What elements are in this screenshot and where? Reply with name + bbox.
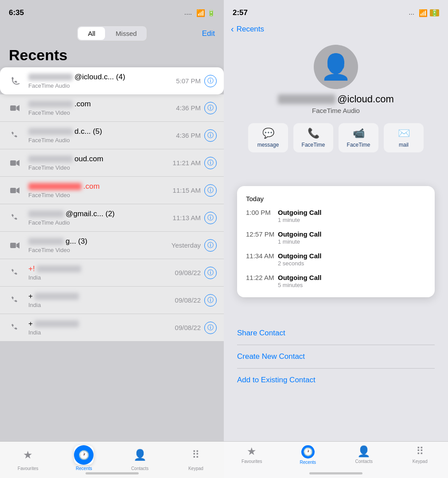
info-button-4[interactable]: ⓘ — [204, 157, 217, 169]
filter-missed-button[interactable]: Missed — [106, 26, 147, 41]
recent-item-3[interactable]: d.c... (5) FaceTime Audio 4:36 PM ⓘ — [0, 122, 224, 149]
recent-item-5[interactable]: .com FaceTime Video 11:15 AM ⓘ — [0, 177, 224, 204]
contact-avatar: 👤 — [314, 45, 358, 89]
call-time-1: 5:07 PM — [176, 77, 201, 85]
action-facetime-video-button[interactable]: 📹 FaceTime — [339, 123, 378, 152]
mail-icon: ✉️ — [398, 128, 410, 139]
call-type-icon-7 — [7, 237, 23, 253]
history-call-type-1: Outgoing Call — [278, 209, 426, 216]
call-name-prefix-9: + — [28, 292, 33, 301]
info-button-3[interactable]: ⓘ — [204, 129, 217, 142]
info-button-5[interactable]: ⓘ — [204, 184, 217, 197]
right-status-icons: ... 📶 🔋 — [409, 9, 439, 17]
action-mail-button[interactable]: ✉️ mail — [384, 123, 424, 152]
call-info-6: @gmail.c... (2) FaceTime Audio — [28, 210, 173, 226]
tab-favourites-label-right: Favourites — [242, 459, 262, 464]
recent-item-2[interactable]: .com FaceTime Video 4:36 PM ⓘ — [0, 94, 224, 122]
info-button-10[interactable]: ⓘ — [204, 322, 217, 334]
call-name-suffix-7: g... (3) — [66, 237, 87, 246]
action-facetime-audio-button[interactable]: 📞 FaceTime — [293, 123, 333, 152]
tab-contacts-label-left: Contacts — [131, 466, 148, 471]
tab-keypad-left[interactable]: ⠿ Keypad — [183, 445, 209, 471]
recent-item-1[interactable]: @icloud.c... (4) FaceTime Audio 5:07 PM … — [0, 67, 224, 94]
edit-button[interactable]: Edit — [202, 29, 215, 38]
call-info-7: g... (3) FaceTime Video — [28, 237, 171, 253]
tab-recents-right[interactable]: 🕐 Recents — [295, 445, 321, 465]
chevron-left-icon: ‹ — [231, 24, 234, 34]
svg-rect-2 — [10, 188, 16, 193]
history-details-1: Outgoing Call 1 minute — [278, 209, 426, 223]
recent-item-7[interactable]: g... (3) FaceTime Video Yesterday ⓘ — [0, 232, 224, 259]
info-button-6[interactable]: ⓘ — [204, 212, 217, 224]
call-name-suffix-2: .com — [74, 100, 91, 109]
recent-item-6[interactable]: @gmail.c... (2) FaceTime Audio 11:13 AM … — [0, 204, 224, 232]
call-info-10: + India — [28, 319, 175, 336]
history-item-3: 11:34 AM Outgoing Call 2 seconds — [246, 252, 426, 267]
history-details-3: Outgoing Call 2 seconds — [278, 252, 426, 267]
call-meta-6: 11:13 AM ⓘ — [173, 212, 217, 224]
right-panel: 2:57 ... 📶 🔋 ‹ Recents 👤 @icloud.com Fac… — [224, 0, 448, 478]
action-message-button[interactable]: 💬 message — [248, 123, 288, 152]
tab-contacts-icon-wrapper: 👤 — [130, 445, 150, 465]
action-buttons-row: 💬 message 📞 FaceTime 📹 FaceTime ✉️ mail — [224, 118, 448, 158]
star-icon-right: ★ — [247, 445, 257, 458]
tab-favourites-left[interactable]: ★ Favourites — [15, 445, 41, 471]
tab-recents-left[interactable]: 🕐 Recents — [70, 445, 97, 471]
call-name-prefix-10: + — [28, 319, 33, 328]
call-name-suffix-5: .com — [83, 182, 100, 191]
call-info-5: .com FaceTime Video — [28, 182, 173, 198]
tab-keypad-right[interactable]: ⠿ Keypad — [407, 445, 433, 464]
recent-item-8[interactable]: +! India 09/08/22 ⓘ — [0, 259, 224, 287]
call-time-9: 09/08/22 — [175, 296, 201, 304]
name-blur-10 — [35, 320, 79, 327]
clock-icon: 🕐 — [78, 450, 90, 460]
call-subtype-7: FaceTime Video — [28, 247, 171, 253]
call-name-3: d.c... (5) — [28, 127, 176, 136]
filter-pill: All Missed — [77, 26, 147, 41]
clock-icon-right: 🕐 — [303, 447, 313, 457]
call-name-suffix-1: @icloud.c... (4) — [74, 73, 125, 82]
battery-icon: 🔋 — [207, 9, 215, 16]
tab-contacts-left[interactable]: 👤 Contacts — [127, 445, 153, 471]
call-info-3: d.c... (5) FaceTime Audio — [28, 127, 176, 144]
call-name-prefix-8: +! — [28, 264, 35, 273]
contact-subtitle: FaceTime Audio — [312, 107, 360, 114]
history-duration-2: 1 minute — [278, 238, 426, 245]
info-button-2[interactable]: ⓘ — [204, 102, 217, 114]
call-time-4: 11:21 AM — [173, 159, 201, 167]
back-button[interactable]: ‹ Recents — [231, 24, 264, 34]
call-name-suffix-4: oud.com — [74, 155, 103, 163]
call-type-icon-5 — [7, 183, 23, 198]
call-info-4: oud.com FaceTime Video — [28, 155, 173, 171]
message-icon: 💬 — [262, 128, 274, 139]
recent-item-10[interactable]: + India 09/08/22 ⓘ — [0, 314, 224, 342]
call-type-icon-2 — [7, 100, 23, 116]
share-contact-link[interactable]: Share Contact — [237, 322, 435, 345]
info-button-1[interactable]: ⓘ — [204, 75, 217, 87]
call-meta-3: 4:36 PM ⓘ — [176, 129, 217, 142]
call-subtype-2: FaceTime Video — [28, 109, 176, 116]
call-subtype-1: FaceTime Audio — [28, 82, 176, 89]
history-item-2: 12:57 PM Outgoing Call 1 minute — [246, 230, 426, 245]
wifi-icon: 📶 — [196, 9, 205, 17]
call-meta-1: 5:07 PM ⓘ — [176, 75, 217, 87]
recent-item-4[interactable]: oud.com FaceTime Video 11:21 AM ⓘ — [0, 149, 224, 177]
contact-name-suffix: @icloud.com — [337, 93, 394, 105]
call-history-card: Today 1:00 PM Outgoing Call 1 minute 12:… — [237, 186, 435, 297]
create-contact-link[interactable]: Create New Contact — [237, 345, 435, 369]
right-signal-icon: ... — [409, 10, 417, 16]
recent-item-9[interactable]: + India 09/08/22 ⓘ — [0, 287, 224, 314]
filter-all-button[interactable]: All — [78, 27, 105, 40]
info-button-9[interactable]: ⓘ — [204, 294, 217, 307]
info-button-8[interactable]: ⓘ — [204, 267, 217, 279]
name-blur-1 — [28, 74, 73, 81]
right-nav-bar: ‹ Recents — [224, 22, 448, 38]
add-to-contact-link[interactable]: Add to Existing Contact — [237, 369, 435, 392]
call-name-9: + — [28, 292, 175, 301]
info-button-7[interactable]: ⓘ — [204, 239, 217, 252]
tab-contacts-right[interactable]: 👤 Contacts — [351, 445, 377, 464]
call-info-1: @icloud.c... (4) FaceTime Audio — [28, 73, 176, 89]
tab-favourites-right[interactable]: ★ Favourites — [238, 445, 265, 464]
left-tab-bar: ★ Favourites 🕐 Recents 👤 Contacts ⠿ Keyp… — [0, 441, 224, 478]
facetime-video-label: FaceTime — [347, 142, 370, 148]
